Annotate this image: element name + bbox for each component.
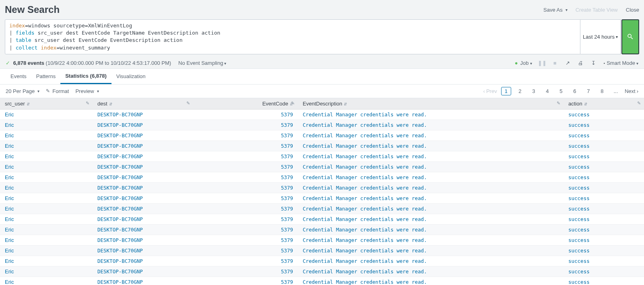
table-row[interactable]: EricDESKTOP-BC70GNP5379Credential Manage… xyxy=(0,235,644,245)
cell-action[interactable]: success xyxy=(568,143,590,149)
cell-event-description[interactable]: Credential Manager credentials were read… xyxy=(303,195,427,201)
cell-event-code[interactable]: 5379 xyxy=(281,237,293,243)
cell-event-code[interactable]: 5379 xyxy=(281,195,293,201)
cell-event-code[interactable]: 5379 xyxy=(281,143,293,149)
cell-event-description[interactable]: Credential Manager credentials were read… xyxy=(303,143,427,149)
pencil-icon[interactable]: ✎ xyxy=(290,101,295,106)
run-search-button[interactable] xyxy=(621,19,639,54)
per-page-menu[interactable]: 20 Per Page xyxy=(6,88,39,94)
cell-dest[interactable]: DESKTOP-BC70GNP xyxy=(97,279,143,285)
cell-event-description[interactable]: Credential Manager credentials were read… xyxy=(303,112,427,118)
cell-src-user[interactable]: Eric xyxy=(5,195,14,201)
cell-dest[interactable]: DESKTOP-BC70GNP xyxy=(97,206,143,212)
search-input[interactable]: index=windows sourcetype=XmlWinEventLog|… xyxy=(5,19,580,54)
cell-event-description[interactable]: Credential Manager credentials were read… xyxy=(303,153,427,159)
table-row[interactable]: EricDESKTOP-BC70GNP5379Credential Manage… xyxy=(0,109,644,120)
cell-event-code[interactable]: 5379 xyxy=(281,122,293,128)
cell-src-user[interactable]: Eric xyxy=(5,248,14,254)
page-1[interactable]: 1 xyxy=(501,87,511,95)
page-8[interactable]: 8 xyxy=(597,88,607,94)
table-row[interactable]: EricDESKTOP-BC70GNP5379Credential Manage… xyxy=(0,172,644,182)
table-row[interactable]: EricDESKTOP-BC70GNP5379Credential Manage… xyxy=(0,140,644,151)
table-row[interactable]: EricDESKTOP-BC70GNP5379Credential Manage… xyxy=(0,182,644,193)
cell-action[interactable]: success xyxy=(568,227,590,233)
cell-src-user[interactable]: Eric xyxy=(5,122,14,128)
cell-dest[interactable]: DESKTOP-BC70GNP xyxy=(97,153,143,159)
cell-event-code[interactable]: 5379 xyxy=(281,206,293,212)
cell-event-description[interactable]: Credential Manager credentials were read… xyxy=(303,122,427,128)
cell-event-code[interactable]: 5379 xyxy=(281,279,293,285)
table-row[interactable]: EricDESKTOP-BC70GNP5379Credential Manage… xyxy=(0,120,644,130)
cell-dest[interactable]: DESKTOP-BC70GNP xyxy=(97,227,143,233)
page-7[interactable]: 7 xyxy=(584,88,593,94)
cell-action[interactable]: success xyxy=(568,185,590,191)
cell-event-description[interactable]: Credential Manager credentials were read… xyxy=(303,258,427,264)
cell-event-description[interactable]: Credential Manager credentials were read… xyxy=(303,268,427,275)
job-menu[interactable]: Job xyxy=(515,60,532,66)
cell-dest[interactable]: DESKTOP-BC70GNP xyxy=(97,185,143,191)
close-button[interactable]: Close xyxy=(626,7,639,13)
cell-src-user[interactable]: Eric xyxy=(5,132,14,138)
cell-dest[interactable]: DESKTOP-BC70GNP xyxy=(97,122,143,128)
col-event-code[interactable]: EventCode ✎ xyxy=(193,98,298,109)
cell-action[interactable]: success xyxy=(568,237,590,243)
pencil-icon[interactable]: ✎ xyxy=(86,101,89,106)
cell-event-description[interactable]: Credential Manager credentials were read… xyxy=(303,185,427,191)
cell-dest[interactable]: DESKTOP-BC70GNP xyxy=(97,143,143,149)
cell-action[interactable]: success xyxy=(568,112,590,118)
cell-dest[interactable]: DESKTOP-BC70GNP xyxy=(97,174,143,180)
cell-src-user[interactable]: Eric xyxy=(5,206,14,212)
cell-action[interactable]: success xyxy=(568,132,590,138)
cell-dest[interactable]: DESKTOP-BC70GNP xyxy=(97,216,143,222)
cell-src-user[interactable]: Eric xyxy=(5,174,14,180)
cell-src-user[interactable]: Eric xyxy=(5,143,14,149)
tab-events[interactable]: Events xyxy=(6,69,31,83)
cell-src-user[interactable]: Eric xyxy=(5,185,14,191)
table-row[interactable]: EricDESKTOP-BC70GNP5379Credential Manage… xyxy=(0,277,644,285)
cell-event-description[interactable]: Credential Manager credentials were read… xyxy=(303,279,427,285)
pencil-icon[interactable]: ✎ xyxy=(557,101,560,106)
cell-dest[interactable]: DESKTOP-BC70GNP xyxy=(97,268,143,275)
cell-event-code[interactable]: 5379 xyxy=(281,258,293,264)
cell-action[interactable]: success xyxy=(568,195,590,201)
print-icon[interactable]: 🖨 xyxy=(578,60,584,66)
cell-event-description[interactable]: Credential Manager credentials were read… xyxy=(303,164,427,170)
cell-src-user[interactable]: Eric xyxy=(5,268,14,275)
cell-event-code[interactable]: 5379 xyxy=(281,132,293,138)
cell-action[interactable]: success xyxy=(568,216,590,222)
event-sampling-menu[interactable]: No Event Sampling xyxy=(178,60,226,66)
cell-dest[interactable]: DESKTOP-BC70GNP xyxy=(97,164,143,170)
page-3[interactable]: 3 xyxy=(529,88,539,94)
cell-dest[interactable]: DESKTOP-BC70GNP xyxy=(97,132,143,138)
page-5[interactable]: 5 xyxy=(556,88,566,94)
cell-action[interactable]: success xyxy=(568,122,590,128)
col-dest[interactable]: dest✎ xyxy=(93,98,193,109)
smart-mode-menu[interactable]: Smart Mode xyxy=(604,60,638,66)
format-menu[interactable]: Format xyxy=(46,88,69,94)
cell-event-description[interactable]: Credential Manager credentials were read… xyxy=(303,216,427,222)
next-page[interactable]: Next xyxy=(625,88,638,94)
table-row[interactable]: EricDESKTOP-BC70GNP5379Credential Manage… xyxy=(0,214,644,224)
download-icon[interactable]: ↧ xyxy=(591,60,597,66)
table-row[interactable]: EricDESKTOP-BC70GNP5379Credential Manage… xyxy=(0,151,644,161)
cell-event-code[interactable]: 5379 xyxy=(281,164,293,170)
cell-dest[interactable]: DESKTOP-BC70GNP xyxy=(97,248,143,254)
cell-dest[interactable]: DESKTOP-BC70GNP xyxy=(97,237,143,243)
cell-src-user[interactable]: Eric xyxy=(5,279,14,285)
cell-event-description[interactable]: Credential Manager credentials were read… xyxy=(303,248,427,254)
cell-dest[interactable]: DESKTOP-BC70GNP xyxy=(97,258,143,264)
cell-dest[interactable]: DESKTOP-BC70GNP xyxy=(97,195,143,201)
cell-action[interactable]: success xyxy=(568,248,590,254)
page-2[interactable]: 2 xyxy=(515,88,525,94)
col-action[interactable]: action✎ xyxy=(564,98,644,109)
page-4[interactable]: 4 xyxy=(543,88,552,94)
cell-event-code[interactable]: 5379 xyxy=(281,153,293,159)
cell-event-code[interactable]: 5379 xyxy=(281,268,293,275)
preview-menu[interactable]: Preview xyxy=(75,88,99,94)
cell-dest[interactable]: DESKTOP-BC70GNP xyxy=(97,112,143,118)
table-row[interactable]: EricDESKTOP-BC70GNP5379Credential Manage… xyxy=(0,245,644,256)
cell-event-description[interactable]: Credential Manager credentials were read… xyxy=(303,227,427,233)
table-row[interactable]: EricDESKTOP-BC70GNP5379Credential Manage… xyxy=(0,256,644,266)
cell-action[interactable]: success xyxy=(568,258,590,264)
cell-event-code[interactable]: 5379 xyxy=(281,248,293,254)
